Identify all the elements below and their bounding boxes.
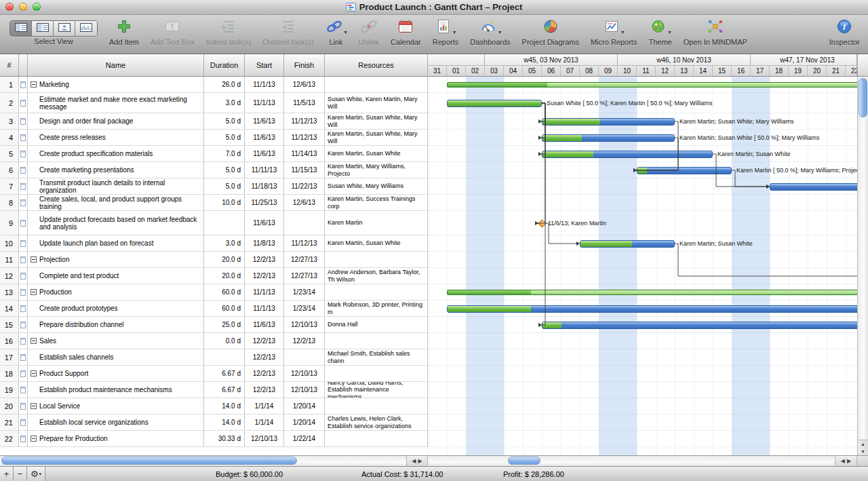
column-header-icon[interactable]	[19, 54, 28, 76]
task-row-11[interactable]: 11Projection20.0 d12/2/1312/27/13	[0, 252, 857, 268]
scroll-down-icon[interactable]: ▼	[861, 448, 865, 455]
column-header-start[interactable]: Start	[245, 54, 284, 76]
milestone-diamond[interactable]	[538, 219, 547, 228]
task-bar[interactable]	[542, 151, 713, 158]
task-row-9[interactable]: 9Update product forecasts based on marke…	[0, 211, 857, 235]
task-row-22[interactable]: 22Prepare for Production30.33 d12/10/131…	[0, 431, 857, 447]
duration-cell: 25.0 d	[204, 317, 245, 333]
column-header-finish[interactable]: Finish	[284, 54, 325, 76]
task-bar[interactable]	[637, 167, 732, 174]
scroll-up-icon[interactable]: ▲	[861, 440, 865, 448]
toolbar-button-project-diagrams[interactable]: Project Diagrams	[522, 18, 579, 46]
column-header-duration[interactable]: Duration	[204, 54, 245, 76]
summary-bar[interactable]	[447, 82, 857, 88]
toolbar-button-reports[interactable]: ▾Reports	[433, 18, 459, 46]
actions-gear-button[interactable]: ⚙▾	[27, 467, 45, 481]
task-row-7[interactable]: 7Transmit product launch details to inte…	[0, 178, 857, 195]
scroll-right-icon[interactable]: ▶	[847, 458, 851, 464]
day-header-05: 05	[523, 66, 542, 76]
collapse-icon[interactable]	[31, 289, 37, 295]
week-header-3: w47, 17 Nov 2013	[751, 54, 856, 65]
task-row-10[interactable]: 10Update launch plan based on forecast3.…	[0, 235, 857, 252]
view-segment-3[interactable]	[54, 21, 75, 36]
table-horizontal-scrollbar[interactable]	[0, 456, 407, 466]
column-header-num[interactable]: #	[0, 54, 19, 76]
toolbar-button-open-in-mindmap[interactable]: Open In MINDMAP	[684, 18, 747, 46]
indent-icon	[220, 18, 237, 37]
start-cell: 11/6/13	[245, 317, 284, 333]
task-row-4[interactable]: 4Create press releases5.0 d11/6/1311/12/…	[0, 130, 857, 146]
toolbar-button-indent-task-s[interactable]: Indent task(s)	[206, 18, 252, 46]
split-view-icon	[37, 22, 49, 35]
task-row-3[interactable]: 3Design and order final package5.0 d11/6…	[0, 113, 857, 130]
task-bar[interactable]	[447, 100, 542, 107]
minimize-button[interactable]	[19, 3, 27, 11]
gantt-hscroll-thumb[interactable]	[508, 457, 540, 465]
column-header-resources[interactable]: Resources	[325, 54, 428, 76]
main-area: 1Marketing26.0 d11/1/1312/6/132Estimate …	[0, 77, 868, 455]
task-bar[interactable]	[447, 305, 857, 313]
task-row-15[interactable]: 15Prepare distribution channel25.0 d11/6…	[0, 317, 857, 333]
toolbar-button-micro-reports[interactable]: ▾Micro Reports	[591, 18, 637, 46]
toolbar-button-add-text-box[interactable]: TAdd Text Box	[151, 18, 195, 46]
task-row-1[interactable]: 1Marketing26.0 d11/1/1312/6/13	[0, 77, 857, 93]
remove-task-button[interactable]: −	[14, 467, 27, 481]
toolbar-button-dashboards[interactable]: ▾Dashboards	[470, 18, 510, 46]
toolbar-button-theme[interactable]: ▾Theme	[648, 18, 671, 46]
task-row-16[interactable]: 16Sales0.0 d12/2/1312/2/13	[0, 333, 857, 349]
task-row-8[interactable]: 8Create sales, local, and product suppor…	[0, 195, 857, 211]
start-cell: 11/25/13	[245, 195, 284, 211]
collapse-icon[interactable]	[31, 403, 37, 409]
vertical-scrollbar-thumb[interactable]	[859, 78, 867, 117]
timeline-header: w45, 03 Nov 2013w46, 10 Nov 2013w47, 17 …	[428, 54, 857, 76]
task-row-14[interactable]: 14Create product prototypes60.0 d11/1/13…	[0, 301, 857, 317]
table-hscroll-thumb[interactable]	[1, 457, 297, 465]
scroll-right-icon[interactable]: ▶	[418, 458, 422, 464]
task-name-cell: Production	[28, 284, 204, 301]
toolbar-button-add-item[interactable]: Add Item	[109, 18, 139, 46]
row-number: 2	[0, 93, 19, 113]
scroll-left-icon[interactable]: ◀	[412, 458, 416, 464]
toolbar-button-calendar[interactable]: Calendar	[391, 18, 421, 46]
task-type-icon	[19, 77, 28, 93]
vertical-scrollbar[interactable]: ▲ ▼	[857, 77, 868, 455]
summary-bar[interactable]	[447, 290, 857, 295]
task-row-19[interactable]: 19Establish product maintenance mechanis…	[0, 382, 857, 398]
task-row-20[interactable]: 20Local Service14.0 d1/1/141/20/14	[0, 398, 857, 415]
task-bar[interactable]	[580, 240, 675, 248]
toolbar-button-outdent-task-s[interactable]: Outdent task(s)	[262, 18, 313, 46]
zoom-button[interactable]	[33, 3, 41, 11]
close-button[interactable]	[5, 3, 14, 11]
task-name-cell: Estimate market and make more exact mark…	[28, 93, 204, 113]
collapse-icon[interactable]	[31, 370, 37, 377]
task-name-cell: Update product forecasts based on market…	[28, 211, 204, 235]
collapse-icon[interactable]	[31, 256, 37, 263]
task-row-18[interactable]: 18Product Support6.67 d12/2/1312/10/13	[0, 366, 857, 382]
task-row-21[interactable]: 21Establish local service organizations1…	[0, 415, 857, 431]
view-segment-4[interactable]	[75, 21, 97, 36]
collapse-icon[interactable]	[31, 436, 37, 442]
task-row-5[interactable]: 5Create product specification materials7…	[0, 146, 857, 162]
task-row-12[interactable]: 12Complete and test product20.0 d12/2/13…	[0, 268, 857, 284]
collapse-icon[interactable]	[31, 338, 37, 344]
toolbar-button-link[interactable]: ▾Link	[326, 18, 347, 46]
collapse-icon[interactable]	[31, 81, 37, 88]
toolbar-button-unlink[interactable]: Unlink	[359, 18, 380, 46]
view-segment-2[interactable]	[32, 21, 54, 36]
task-bar[interactable]	[542, 118, 675, 126]
view-segment-1[interactable]	[10, 21, 32, 36]
dropdown-arrow-icon: ▾	[453, 29, 456, 37]
gantt-horizontal-scrollbar[interactable]	[428, 456, 835, 466]
task-row-13[interactable]: 13Production60.0 d11/1/131/23/14	[0, 284, 857, 301]
task-bar[interactable]	[542, 134, 675, 142]
task-bar[interactable]	[542, 322, 857, 329]
column-header-name[interactable]: Name	[28, 54, 204, 76]
task-row-2[interactable]: 2Estimate market and make more exact mar…	[0, 93, 857, 113]
task-row-6[interactable]: 6Create marketing presentations5.0 d11/1…	[0, 162, 857, 178]
add-task-button[interactable]: +	[0, 467, 14, 481]
task-row-17[interactable]: 17Establish sales channels12/2/13Michael…	[0, 349, 857, 366]
toolbar-button-inspector[interactable]: iInspector	[829, 18, 860, 46]
task-bar[interactable]	[770, 183, 857, 191]
finish-cell: 12/6/13	[284, 195, 325, 211]
scroll-left-icon[interactable]: ◀	[841, 458, 845, 464]
